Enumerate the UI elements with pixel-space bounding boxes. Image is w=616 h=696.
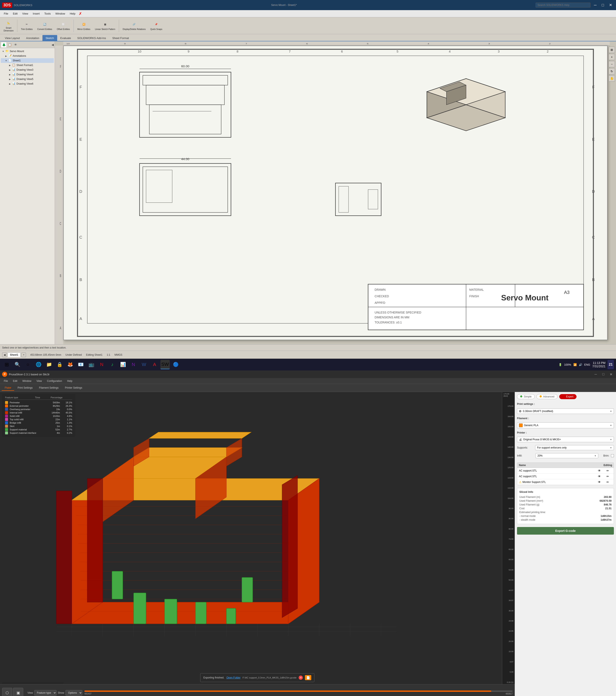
ps-menu-window[interactable]: Window: [20, 379, 34, 383]
tree-item-dwgview3[interactable]: ▶ 📊 Drawing View3: [1, 67, 54, 72]
ps-tab-print-settings[interactable]: Print Settings: [15, 385, 35, 391]
taskbar-onenote-btn[interactable]: N: [129, 360, 138, 369]
expand-icon[interactable]: ▼: [2, 50, 5, 53]
ps-infill-value[interactable]: 20% ▼: [536, 453, 598, 458]
taskbar-mail-btn[interactable]: 📧: [76, 360, 85, 369]
ps-view-type-select[interactable]: Feature type Height Width: [34, 690, 57, 696]
sw-menu-insert[interactable]: Insert: [31, 11, 42, 16]
taskbar-edge-btn[interactable]: 🌐: [34, 360, 43, 369]
taskbar-acrobat-btn[interactable]: A: [150, 360, 159, 369]
sw-menu-view[interactable]: View: [20, 11, 30, 16]
ps-menu-edit[interactable]: Edit: [11, 379, 19, 383]
ps-menu-config[interactable]: Configuration: [45, 379, 64, 383]
taskbar-solidworks-running-btn[interactable]: SW: [160, 360, 170, 369]
expand-icon[interactable]: ▼: [5, 59, 7, 62]
sw-zoom-in-btn[interactable]: +: [609, 54, 615, 60]
sw-zoom-out-btn[interactable]: −: [609, 61, 615, 67]
ps-obj-edit-2[interactable]: ✏: [603, 475, 612, 478]
tab-evaluate[interactable]: Evaluate: [57, 35, 74, 41]
expand-icon[interactable]: ▶: [9, 73, 11, 76]
taskbar-teams-btn[interactable]: 📊: [118, 360, 127, 369]
ps-obj-row-3[interactable]: ⚠ Monitor Support.STL 👁 ✏: [517, 479, 614, 485]
sw-zoom-fit-btn[interactable]: ⊞: [609, 47, 615, 53]
sw-sheet-left-btn[interactable]: ◀: [2, 352, 7, 357]
sw-pan-btn[interactable]: ✋: [609, 75, 615, 82]
expand-icon[interactable]: ▶: [9, 68, 11, 71]
ps-obj-row-2[interactable]: AC support.STL 👁 ✏: [517, 474, 614, 479]
sw-panel-tab-props[interactable]: 📋: [7, 42, 13, 47]
expand-icon[interactable]: ▶: [9, 64, 11, 67]
taskbar-lock-btn[interactable]: 🔒: [55, 360, 64, 369]
ps-view-btn-layers[interactable]: ▣: [13, 688, 23, 696]
taskbar-notification-btn[interactable]: 21: [607, 360, 614, 369]
ps-mode-expert[interactable]: Expert: [559, 394, 576, 399]
ps-export-icon-btn[interactable]: 📄: [305, 675, 311, 680]
tree-item-annotations[interactable]: ▶ 📝 Annotations: [1, 53, 54, 58]
ps-mode-advanced[interactable]: Advanced: [536, 394, 557, 399]
ps-open-folder-link[interactable]: Open Folder: [226, 676, 241, 679]
sw-minimize-btn[interactable]: ─: [592, 3, 598, 7]
sw-panel-collapse[interactable]: ◀: [51, 43, 54, 46]
ps-close-btn[interactable]: ✕: [608, 371, 614, 377]
ps-show-select[interactable]: Options: [65, 690, 82, 696]
ps-obj-vis-1[interactable]: 👁: [595, 469, 603, 472]
sw-tool-relations[interactable]: 🔗 Display/Delete Relations: [121, 19, 148, 33]
sw-menu-edit[interactable]: Edit: [11, 11, 20, 16]
ps-obj-vis-2[interactable]: 👁: [595, 475, 603, 478]
tab-view-layout[interactable]: View Layout: [2, 35, 23, 41]
ps-supports-value[interactable]: For support enforcers only ▼: [535, 445, 614, 450]
ps-filament-value[interactable]: Generic PLA ▼: [517, 422, 614, 428]
sw-rotate-btn[interactable]: ↻: [609, 68, 615, 75]
sw-tool-quicksnaps[interactable]: 📌 Quick Snaps: [149, 19, 164, 33]
ps-minimize-btn[interactable]: ─: [593, 371, 599, 377]
ps-viewport[interactable]: Feature type Time Percentage Perimeter 5…: [0, 392, 515, 696]
sw-canvas[interactable]: 10 9 8 7 6 5 4 3 2 F E D C: [55, 41, 616, 344]
tab-addins[interactable]: SOLIDWORKS Add-Ins: [74, 35, 109, 41]
tree-item-sheetformat1[interactable]: ▶ 📋 Sheet Format1: [1, 63, 54, 67]
sw-close-btn[interactable]: ✕: [607, 3, 614, 7]
ps-tab-filament-settings[interactable]: Filament Settings: [36, 385, 62, 391]
sw-sheet-tab-sheet1[interactable]: Sheet1: [7, 352, 20, 357]
taskbar-search-btn[interactable]: 🔍: [13, 360, 22, 369]
sw-menu-tools[interactable]: Tools: [42, 11, 53, 16]
tree-item-dwgview5[interactable]: ▶ 📊 Drawing View5: [1, 77, 54, 81]
ps-printer-value[interactable]: 🖨 Original Prusa i3 MK3S & MK3S+ ▼: [517, 437, 614, 442]
sw-menu-window[interactable]: Window: [53, 11, 67, 16]
ps-obj-row-1[interactable]: AC support.STL 👁 ✏: [517, 468, 614, 474]
ps-view-btn-iso[interactable]: ⬡: [2, 688, 12, 696]
sw-menu-help[interactable]: Help: [67, 11, 77, 16]
expand-icon[interactable]: ▶: [9, 78, 11, 81]
sw-tool-mirror[interactable]: 🔀 Mirror Entities: [75, 19, 92, 33]
ps-tab-plater[interactable]: Plater: [2, 385, 14, 391]
tree-item-sheet1[interactable]: ▼ 📄 Sheet1: [1, 58, 54, 63]
tab-sketch[interactable]: Sketch: [43, 35, 57, 41]
ps-print-config-value[interactable]: ⚙ 0.30mm DRAFT (modified) ▼: [517, 409, 614, 414]
expand-icon[interactable]: ▶: [5, 54, 7, 58]
sw-tool-smart-dimension[interactable]: 📐 Smart Dimension: [2, 19, 15, 33]
ps-export-gcode-btn[interactable]: Export G-code: [517, 527, 614, 535]
tab-annotation[interactable]: Annotation: [23, 35, 43, 41]
ps-mode-simple[interactable]: Simple: [517, 394, 535, 399]
sw-panel-tab-display[interactable]: 👁: [13, 42, 19, 47]
ps-obj-vis-3[interactable]: 👁: [595, 480, 603, 484]
sw-add-sheet-btn[interactable]: +: [21, 352, 26, 357]
ps-obj-edit-3[interactable]: ✏: [603, 480, 612, 484]
ps-slider-bar[interactable]: [84, 691, 512, 692]
ps-tab-printer-settings[interactable]: Printer Settings: [62, 385, 85, 391]
sw-menu-file[interactable]: File: [2, 11, 10, 16]
ps-menu-help[interactable]: Help: [65, 379, 75, 383]
sw-tool-convert[interactable]: 🔄 Convert Entities: [35, 19, 54, 33]
taskbar-word-btn[interactable]: W: [139, 360, 149, 369]
taskbar-spotify-btn[interactable]: ♪: [108, 360, 117, 369]
ps-brim-checkbox[interactable]: [611, 454, 614, 457]
ps-obj-edit-1[interactable]: ✏: [603, 469, 612, 472]
expand-icon[interactable]: ▶: [9, 82, 11, 85]
sw-tool-offset[interactable]: ⬜ Offset Entities: [55, 19, 72, 33]
sw-maximize-btn[interactable]: □: [600, 3, 606, 7]
ps-menu-view[interactable]: View: [34, 379, 44, 383]
sw-search-input[interactable]: [536, 2, 590, 7]
taskbar-explorer-btn[interactable]: 📁: [44, 360, 53, 369]
taskbar-start-btn[interactable]: ⊞: [2, 360, 11, 369]
sw-tool-pattern[interactable]: ▦ Linear Sketch Pattern: [93, 19, 117, 33]
sw-tool-trim[interactable]: ✂ Trim Entities: [19, 19, 34, 33]
